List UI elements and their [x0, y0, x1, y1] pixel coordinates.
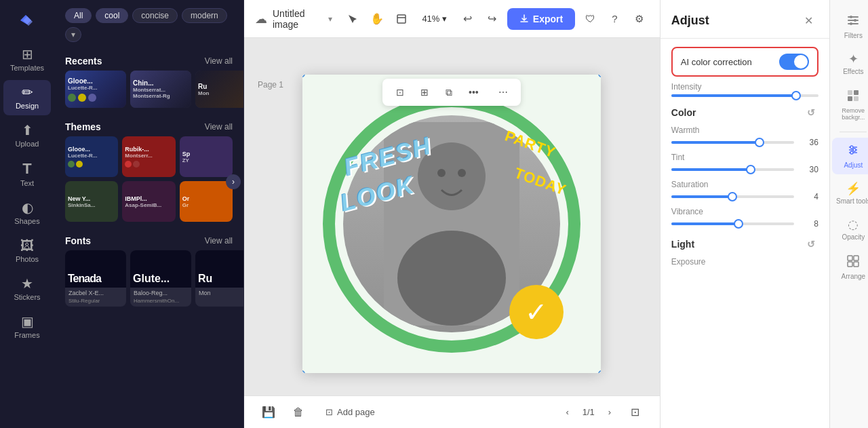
tag-concise[interactable]: concise	[132, 8, 178, 23]
canvas-context-icon[interactable]: ⋯	[494, 83, 513, 102]
effects-tool[interactable]: ✦ Effects	[832, 47, 868, 81]
font-card-2[interactable]: Ru Mon	[195, 250, 244, 307]
tag-all[interactable]: All	[65, 8, 92, 23]
select-tool-button[interactable]	[343, 8, 362, 30]
vibrance-slider[interactable]	[671, 222, 794, 225]
tag-more-button[interactable]: ▾	[65, 27, 81, 42]
page-label: Page 1	[258, 80, 283, 90]
saturation-thumb[interactable]	[728, 192, 737, 201]
theme-card-5[interactable]: Or Gr	[180, 181, 233, 222]
exposure-row: Exposure	[671, 257, 818, 267]
sidebar-item-design[interactable]: ✏ Design	[3, 80, 51, 115]
zoom-control[interactable]: 41% ▾	[416, 11, 452, 26]
fonts-view-all[interactable]: View all	[205, 236, 233, 246]
theme-card-2[interactable]: Sp ZY	[180, 136, 233, 177]
tint-thumb[interactable]	[746, 165, 755, 174]
ai-correction-row: AI color correction	[671, 47, 818, 77]
hand-tool-button[interactable]: ✋	[368, 8, 387, 30]
grid-icon[interactable]: ⊞	[415, 83, 434, 102]
fonts-section-header: Fonts View all	[54, 227, 243, 250]
warmth-thumb[interactable]	[755, 138, 764, 147]
opacity-tool[interactable]: ◌ Opacity	[832, 213, 868, 246]
undo-button[interactable]: ↩	[458, 8, 477, 30]
svg-rect-13	[848, 90, 852, 95]
color-reset-button[interactable]: ↺	[804, 105, 818, 120]
adjust-panel-header: Adjust ✕	[660, 0, 829, 39]
font-card-0[interactable]: Tenada Zacbel X-E... Stilu-Regular	[65, 250, 126, 307]
theme-card-4[interactable]: IBMPl... Asap-SemiB...	[122, 181, 175, 222]
duplicate-icon[interactable]: ⧉	[439, 83, 458, 102]
handle-bottom-right[interactable]	[598, 370, 601, 373]
save-icon[interactable]: 💾	[258, 402, 279, 423]
ai-correction-toggle[interactable]	[779, 54, 809, 70]
themes-title: Themes	[65, 121, 101, 132]
sidebar-item-photos[interactable]: 🖼 Photos	[3, 233, 51, 269]
theme-card-3[interactable]: New Y... SinkinSa...	[65, 181, 118, 222]
more-options-icon[interactable]: •••	[464, 83, 483, 102]
saturation-slider[interactable]	[671, 195, 794, 198]
themes-next-button[interactable]: ›	[226, 174, 241, 189]
add-page-button[interactable]: ⊡ Add page	[317, 403, 383, 421]
trash-icon[interactable]: 🗑	[288, 402, 309, 423]
sidebar-item-frames[interactable]: ▣ Frames	[3, 309, 51, 345]
adjust-tool[interactable]: Adjust	[832, 138, 868, 174]
recent-card-1[interactable]: Chin... Montserrat... Montserrat-Rg	[130, 71, 191, 108]
sidebar-item-shapes[interactable]: ◐ Shapes	[3, 195, 51, 231]
tag-cool[interactable]: cool	[96, 8, 128, 23]
remove-bg-tool[interactable]: Remove backgr...	[832, 83, 868, 126]
document-title[interactable]: Untitled image ▾	[273, 8, 332, 30]
tint-slider[interactable]	[671, 168, 794, 171]
resize-icon[interactable]: ⊡	[391, 83, 410, 102]
fonts-grid: Tenada Zacbel X-E... Stilu-Regular Glute…	[54, 250, 243, 312]
canvas-area[interactable]: Page 1 ⊡ ⊞ ⧉ ••• ⋯	[244, 38, 660, 395]
warmth-slider[interactable]	[671, 141, 794, 144]
filters-tool[interactable]: Filters	[832, 8, 868, 45]
help-icon[interactable]: ?	[605, 8, 624, 30]
recents-view-all[interactable]: View all	[205, 56, 233, 66]
svg-point-12	[850, 22, 852, 25]
settings-icon[interactable]: ⚙	[630, 8, 649, 30]
handle-top-right[interactable]	[598, 75, 601, 77]
design-wrapper[interactable]: FRESH LOOK PARTY TODAY ✓ ↻	[302, 75, 601, 373]
add-page-icon: ⊡	[326, 407, 333, 417]
recent-card-0[interactable]: Glooe... Lucette-R...	[65, 71, 126, 108]
frame-tool-button[interactable]	[392, 8, 411, 30]
themes-view-all[interactable]: View all	[205, 122, 233, 132]
sidebar-item-text[interactable]: T Text	[3, 156, 51, 193]
warmth-fill	[671, 141, 760, 144]
tag-modern[interactable]: modern	[182, 8, 227, 23]
vibrance-slider-container: 8	[671, 219, 818, 229]
sidebar-item-upload[interactable]: ⬆ Upload	[3, 118, 51, 153]
font-card-1[interactable]: Glute... Baloo-Reg... HammersmithOn...	[130, 250, 191, 307]
sidebar-item-stickers[interactable]: ★ Stickers	[3, 271, 51, 307]
logo-button[interactable]	[14, 7, 41, 34]
next-page-button[interactable]: ›	[600, 403, 619, 422]
fullscreen-icon[interactable]: ⊡	[625, 402, 646, 423]
design-canvas[interactable]: FRESH LOOK PARTY TODAY ✓ ↻	[302, 75, 601, 373]
warmth-value: 36	[800, 138, 818, 147]
sidebar-item-templates[interactable]: ⊞ Templates	[3, 42, 51, 77]
export-button[interactable]: Export	[507, 8, 575, 30]
redo-button[interactable]: ↪	[483, 8, 502, 30]
smart-tools-tool[interactable]: ⚡ Smart tools	[832, 177, 868, 210]
theme-card-0[interactable]: Glooe... Lucette-R...	[65, 136, 118, 177]
intensity-thumb[interactable]	[791, 91, 801, 100]
prev-page-button[interactable]: ‹	[558, 403, 577, 422]
intensity-slider[interactable]	[671, 94, 818, 97]
close-adjust-button[interactable]: ✕	[800, 11, 818, 30]
vibrance-thumb[interactable]	[734, 219, 743, 229]
remove-bg-icon	[846, 89, 860, 104]
svg-point-20	[850, 146, 853, 149]
warmth-row: Warmth 36	[671, 125, 818, 147]
templates-icon: ⊞	[22, 47, 33, 61]
bottom-left-controls: 💾 🗑 ⊡ Add page	[258, 402, 383, 423]
shield-icon[interactable]: 🛡	[580, 8, 599, 30]
design-icon: ✏	[22, 85, 33, 99]
recent-card-2[interactable]: Ru Mon	[195, 71, 244, 108]
theme-card-1[interactable]: Rubik-... Montserr...	[122, 136, 175, 177]
arrange-tool[interactable]: Arrange	[832, 249, 868, 286]
light-reset-button[interactable]: ↺	[804, 237, 818, 252]
sidebar-label-upload: Upload	[16, 140, 39, 148]
warmth-label: Warmth	[671, 125, 818, 135]
tint-slider-container: 30	[671, 165, 818, 174]
